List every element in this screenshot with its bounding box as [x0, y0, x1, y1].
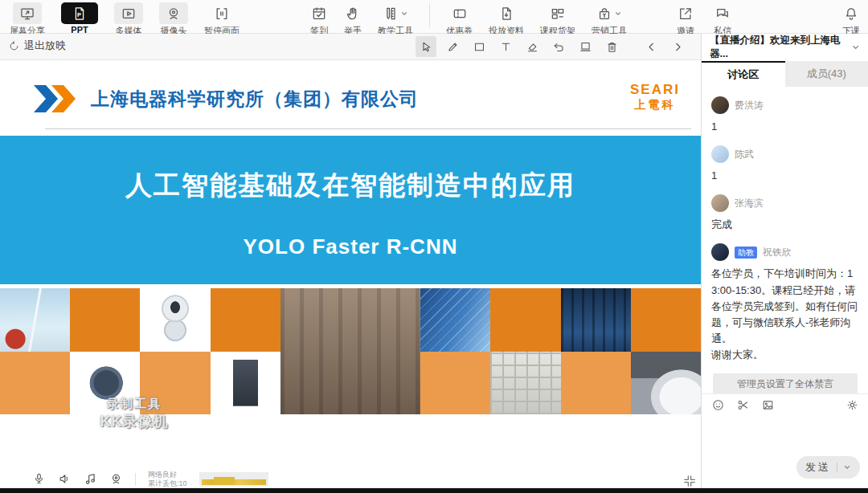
media-play-icon — [114, 2, 143, 24]
avatar — [711, 96, 729, 114]
tab-discussion-label: 讨论区 — [727, 67, 759, 82]
toolbar-item-coupon[interactable]: 优惠券 — [446, 0, 473, 37]
toolbar-item-ppt[interactable]: P PPT — [61, 0, 98, 35]
collapse-icon[interactable] — [682, 473, 698, 489]
toolbar-group-end: 下课 — [842, 0, 860, 34]
photo-collage — [0, 288, 701, 414]
prev-slide-button[interactable] — [641, 36, 661, 57]
tab-discussion[interactable]: 讨论区 — [702, 61, 785, 87]
assistant-badge: 助教 — [735, 246, 757, 259]
chevron-down-icon[interactable] — [851, 43, 860, 52]
pause-screen-icon — [214, 2, 230, 24]
toolbar-separator — [429, 3, 430, 27]
check-in-icon — [311, 2, 327, 24]
toolbar-item-check-in[interactable]: 签到 — [310, 0, 328, 37]
message-text: 1 — [711, 119, 859, 135]
select-tool[interactable] — [416, 36, 436, 57]
next-slide-button[interactable] — [667, 36, 688, 57]
toolbar-item-multimedia[interactable]: 多媒体 — [114, 0, 143, 37]
chevron-down-icon — [614, 10, 622, 18]
chat-message: 张海滨 完成 — [711, 194, 859, 233]
chat-bubbles-icon — [714, 2, 731, 24]
coupon-icon — [452, 2, 468, 24]
toolbar-group-class: 签到 举手 教学工具 优惠券 — [310, 0, 627, 34]
shelf-icon — [550, 2, 566, 24]
chat-input-toolbar — [702, 393, 868, 416]
toolbar-item-marketing-tools[interactable]: 营销工具 — [592, 0, 627, 37]
watermark-line1: 录制工具 — [74, 397, 194, 412]
delete-annotations-tool[interactable] — [601, 36, 622, 57]
chevron-down-icon — [400, 10, 408, 18]
exit-presentation-button[interactable]: 退出放映 — [8, 39, 66, 53]
pen-tool[interactable] — [442, 36, 463, 57]
emoji-icon[interactable] — [711, 398, 725, 412]
sender-name: 费洪涛 — [735, 99, 764, 112]
toolbar-item-materials[interactable]: 投放资料 — [489, 0, 524, 37]
toolbar-item-pause-screen[interactable]: 暂停画面 — [204, 0, 240, 37]
toolbar-item-private-message[interactable]: 私信 — [714, 0, 731, 37]
toolbar-item-end-class[interactable]: 下课 — [842, 0, 860, 37]
toolbar-item-teaching-tools[interactable]: 教学工具 — [378, 0, 413, 37]
network-sparkline — [199, 472, 268, 487]
packet-loss-label: 累计丢包:10 — [148, 479, 187, 487]
tab-members[interactable]: 成员(43) — [785, 61, 868, 87]
photo-solar-panels — [420, 288, 490, 352]
system-message: 管理员设置了全体禁言 — [713, 373, 858, 393]
toolbar-item-camera[interactable]: 摄像头 — [159, 0, 188, 37]
microphone-icon[interactable] — [32, 472, 46, 486]
orange-tile — [420, 352, 490, 415]
toolbar-item-screen-share[interactable]: 屏幕分享 — [10, 0, 45, 37]
text-tool[interactable] — [495, 36, 516, 57]
undo-tool[interactable] — [548, 36, 569, 57]
svg-text:P: P — [77, 11, 81, 18]
message-list[interactable]: 费洪涛 1 陈武 1 张海滨 完成 — [702, 87, 868, 393]
chat-settings-gear-icon[interactable] — [845, 398, 859, 412]
raise-hand-icon — [345, 2, 361, 24]
slide-title-banner: 人工智能基础及在智能制造中的应用 YOLO Faster R-CNN — [0, 136, 701, 284]
toolbar-item-invite[interactable]: 邀请 — [677, 0, 694, 37]
live-intro-title: 【直播介绍】欢迎来到上海电器... — [710, 34, 851, 61]
image-icon[interactable] — [761, 398, 775, 412]
send-divider — [837, 462, 837, 472]
status-divider — [135, 473, 136, 486]
send-button[interactable]: 发送 — [796, 456, 860, 479]
eraser-tool[interactable] — [522, 36, 542, 57]
avatar — [711, 145, 729, 163]
toolbar-group-media: 屏幕分享 P PPT 多媒体 摄像头 — [10, 0, 240, 34]
bottom-edge-strip — [0, 488, 868, 493]
exit-presentation-label: 退出放映 — [24, 39, 66, 53]
exit-loop-icon — [8, 40, 20, 52]
annotation-toolbar — [416, 36, 688, 57]
send-options-chevron-icon[interactable] — [843, 463, 851, 471]
screen-share-icon — [13, 2, 42, 24]
text-icon — [499, 40, 513, 54]
orange-tile — [631, 288, 701, 352]
webcam-icon — [159, 2, 188, 24]
shape-tool[interactable] — [469, 36, 489, 57]
slide-header: 上海电器科学研究所（集团）有限公司 — [34, 85, 419, 112]
ppt-icon: P — [61, 2, 98, 24]
cursor-icon — [420, 40, 433, 54]
music-note-icon[interactable] — [84, 472, 97, 486]
orange-tile — [561, 352, 631, 415]
live-intro-header[interactable]: 【直播介绍】欢迎来到上海电器... — [702, 34, 868, 61]
webcam-small-icon[interactable] — [109, 472, 123, 486]
slide-subtitle: YOLO Faster R-CNN — [0, 234, 701, 259]
speaker-icon[interactable] — [58, 472, 72, 486]
toolbar-item-course-shelf[interactable]: 课程货架 — [540, 0, 575, 37]
chat-sidebar: 【直播介绍】欢迎来到上海电器... 讨论区 成员(43) 费洪涛 1 — [701, 34, 868, 488]
orange-tile — [70, 288, 140, 352]
status-bar: 网络良好 累计丢包:10 — [0, 470, 701, 488]
bell-icon — [843, 2, 859, 24]
logo-subtext: 上電科 — [630, 98, 680, 112]
photo-circuit-breaker — [211, 352, 280, 415]
chat-message: 费洪涛 1 — [711, 96, 859, 135]
avatar — [711, 194, 729, 212]
top-toolbar: 屏幕分享 P PPT 多媒体 摄像头 — [0, 0, 868, 34]
screenshot-scissors-icon[interactable] — [736, 398, 750, 412]
toolbar-item-raise-hand[interactable]: 举手 — [344, 0, 362, 37]
presentation-subbar: 退出放映 — [0, 34, 701, 60]
undo-icon — [552, 40, 566, 54]
clear-board-tool[interactable] — [575, 36, 596, 57]
orange-tile — [490, 288, 560, 352]
